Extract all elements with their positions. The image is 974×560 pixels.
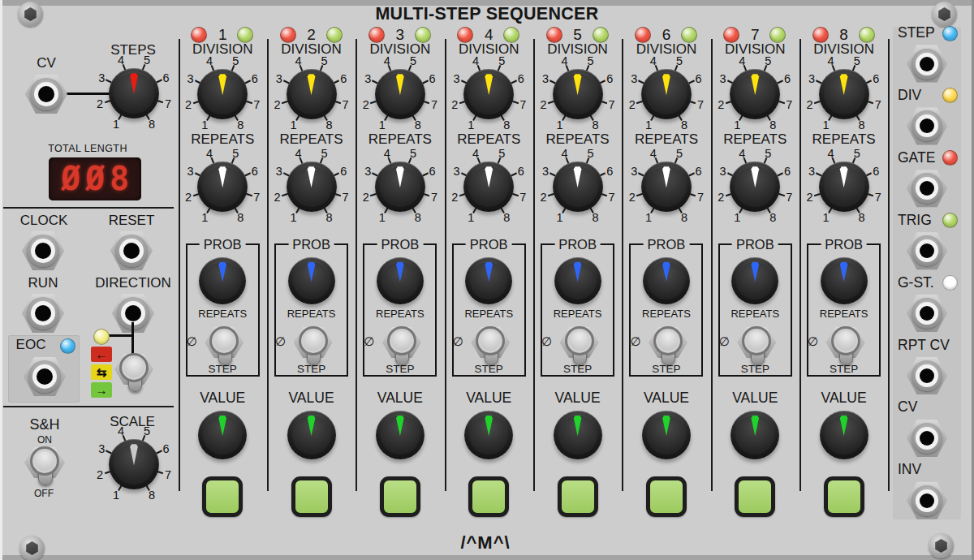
prob-label: PROB (466, 237, 512, 252)
division-label: DIVISION (281, 42, 342, 56)
clock-input-jack[interactable] (22, 230, 64, 272)
division-label: DIVISION (725, 42, 786, 56)
steps-knob[interactable] (109, 68, 159, 118)
knob-scale-number: 4 (735, 147, 748, 160)
repeats-knob[interactable] (553, 162, 603, 212)
clock-label: CLOCK (20, 213, 68, 227)
division-knob[interactable] (553, 69, 603, 119)
knob-scale-number: 7 (428, 191, 441, 204)
output-jack-gst[interactable] (907, 293, 947, 334)
value-knob[interactable] (554, 411, 602, 459)
division-label: DIVISION (192, 42, 253, 56)
reset-input-jack[interactable] (110, 230, 153, 272)
knob-scale-number: 5 (318, 147, 331, 160)
direction-reverse-arrow-icon: ← (91, 347, 112, 362)
knob-scale-number: 5 (407, 54, 420, 67)
repeats-knob[interactable] (375, 162, 425, 212)
value-label: VALUE (821, 391, 867, 406)
channel-number: 5 (573, 27, 582, 42)
prob-knob[interactable] (288, 257, 335, 304)
knob-scale-number: 4 (558, 54, 571, 67)
screw-icon (929, 533, 954, 558)
prob-knob[interactable] (377, 257, 424, 304)
division-knob[interactable] (197, 69, 248, 119)
direction-toggle[interactable] (114, 354, 153, 398)
value-knob[interactable] (376, 411, 425, 459)
repeats-knob[interactable] (641, 162, 692, 212)
output-jack-div[interactable] (907, 106, 947, 146)
division-knob[interactable] (463, 69, 514, 119)
prob-off-symbol: ∅ (453, 335, 463, 347)
knob-scale-number: 3 (450, 72, 463, 85)
knob-scale-number: 5 (584, 147, 597, 160)
output-label-inv: INV (898, 461, 921, 478)
prob-knob[interactable] (199, 257, 246, 304)
knob-scale-number: 2 (714, 98, 727, 111)
step-button[interactable] (646, 476, 687, 517)
channel-column: 5DIVISION12345678REPEATS12345678PROBREPE… (533, 0, 622, 560)
step-button[interactable] (558, 476, 598, 517)
step-button[interactable] (824, 476, 864, 517)
jack-hole (123, 243, 140, 259)
prob-knob[interactable] (821, 257, 868, 304)
output-jack-gate[interactable] (907, 168, 947, 209)
knob-scale-number: 5 (318, 54, 331, 67)
repeats-label: REPEATS (812, 132, 876, 146)
repeats-knob[interactable] (287, 162, 337, 212)
sample-hold-toggle[interactable] (24, 447, 65, 491)
output-jack-inv[interactable] (907, 480, 947, 521)
output-jack-rptcv[interactable] (907, 355, 947, 396)
step-button[interactable] (380, 476, 420, 517)
knob-scale-number: 7 (694, 191, 707, 204)
knob-scale-number: 1 (464, 211, 477, 224)
knob-scale-number: 1 (198, 211, 211, 224)
value-knob[interactable] (820, 411, 868, 459)
repeats-knob[interactable] (463, 162, 514, 212)
knob-scale-number: 6 (160, 71, 173, 84)
reset-label: RESET (109, 213, 155, 227)
division-knob[interactable] (375, 69, 425, 119)
output-jack-step[interactable] (907, 44, 947, 84)
prob-knob[interactable] (554, 257, 601, 304)
division-label: DIVISION (813, 42, 874, 56)
knob-scale-number: 6 (869, 165, 882, 178)
knob-scale-number: 3 (627, 72, 640, 85)
knob-scale-number: 5 (851, 54, 864, 67)
output-jack-cv[interactable] (907, 418, 947, 459)
prob-knob[interactable] (643, 257, 690, 304)
knob-scale-number: 2 (360, 98, 373, 111)
division-knob[interactable] (730, 69, 780, 119)
step-button[interactable] (291, 476, 332, 517)
channel-number: 1 (218, 27, 227, 42)
screw-icon (932, 2, 957, 27)
cv-input-jack[interactable] (25, 73, 67, 115)
prob-knob[interactable] (465, 257, 512, 304)
value-knob[interactable] (464, 411, 513, 459)
division-knob[interactable] (287, 69, 337, 119)
jack-hole (920, 368, 934, 383)
repeats-knob[interactable] (819, 162, 869, 212)
eoc-output-jack[interactable] (24, 355, 66, 398)
knob-scale-number: 3 (805, 165, 818, 178)
division-knob[interactable] (819, 69, 869, 119)
value-knob[interactable] (730, 411, 779, 459)
output-jack-trig[interactable] (907, 230, 947, 271)
knob-scale-number: 1 (198, 118, 211, 131)
knob-scale-number: 4 (291, 54, 304, 67)
step-button[interactable] (468, 476, 509, 517)
value-knob[interactable] (198, 411, 247, 459)
value-knob[interactable] (287, 411, 336, 459)
division-label: DIVISION (459, 42, 519, 56)
value-knob[interactable] (642, 411, 691, 459)
run-input-jack[interactable] (22, 292, 64, 334)
step-button[interactable] (202, 476, 243, 517)
knob-scale-number: 1 (554, 211, 567, 224)
jack-hole (920, 306, 934, 321)
repeats-knob[interactable] (730, 162, 780, 212)
scale-knob[interactable] (109, 439, 159, 489)
division-knob[interactable] (641, 69, 692, 119)
knob-scale-number: 1 (287, 118, 300, 131)
repeats-knob[interactable] (197, 162, 248, 212)
step-button[interactable] (735, 476, 775, 517)
prob-knob[interactable] (731, 257, 778, 304)
